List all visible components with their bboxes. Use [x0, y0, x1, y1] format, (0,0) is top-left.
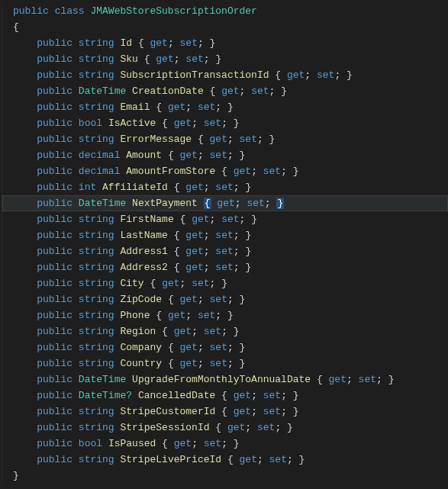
property-line-Address2[interactable]: public string Address2 { get; set; }	[2, 259, 448, 275]
keyword-public: public	[37, 262, 73, 273]
property-line-ErrorMessage[interactable]: public string ErrorMessage { get; set; }	[2, 131, 448, 147]
keyword-set: set	[263, 166, 281, 177]
open-accessor-brace: {	[174, 182, 180, 193]
open-accessor-brace: {	[138, 37, 144, 49]
type-DateTime-nullable: DateTime?	[79, 390, 132, 401]
property-line-Phone[interactable]: public string Phone { get; set; }	[2, 307, 448, 323]
property-line-Id[interactable]: public string Id { get; set; }	[2, 35, 448, 51]
keyword-get: get	[234, 406, 251, 417]
property-line-StripeLivePriceId[interactable]: public string StripeLivePriceId { get; s…	[2, 452, 448, 468]
property-line-Region[interactable]: public string Region { get; set; }	[2, 323, 448, 339]
property-ZipCode: ZipCode	[120, 294, 162, 305]
keyword-set: set	[317, 69, 334, 81]
type-string: string	[79, 278, 114, 289]
property-line-Company[interactable]: public string Company { get; set; }	[2, 339, 448, 355]
keyword-public: public	[37, 358, 73, 369]
open-accessor-brace: {	[168, 150, 174, 161]
open-accessor-brace: {	[162, 438, 168, 449]
property-line-CreationDate[interactable]: public DateTime CreationDate { get; set;…	[2, 83, 448, 99]
close-accessor-brace: }	[245, 182, 251, 193]
close-brace: }	[13, 470, 19, 481]
property-NextPayment: NextPayment	[132, 198, 198, 209]
property-line-FirstName[interactable]: public string FirstName { get; set; }	[2, 211, 448, 227]
keyword-get: get	[168, 101, 185, 113]
keyword-set: set	[247, 198, 264, 209]
keyword-public: public	[37, 230, 73, 241]
property-line-Address1[interactable]: public string Address1 { get; set; }	[2, 243, 448, 259]
close-accessor-brace: }	[240, 358, 246, 369]
keyword-set: set	[240, 134, 257, 145]
property-StripeSessionId: StripeSessionId	[120, 422, 209, 433]
property-line-IsActive[interactable]: public bool IsActive { get; set; }	[2, 115, 448, 131]
property-line-Country[interactable]: public string Country { get; set; }	[2, 355, 448, 372]
close-brace-line[interactable]: }	[2, 468, 448, 484]
keyword-set: set	[359, 374, 376, 385]
property-Address1: Address1	[120, 246, 167, 257]
keyword-get: get	[185, 230, 203, 241]
open-accessor-brace: {	[215, 422, 221, 433]
keyword-get: get	[217, 198, 234, 209]
property-CancelledDate: CancelledDate	[138, 390, 215, 401]
property-Company: Company	[120, 342, 162, 353]
property-City: City	[120, 278, 143, 289]
class-name: JMAWebStoreSubscriptionOrder	[90, 5, 256, 17]
keyword-set: set	[215, 246, 233, 257]
property-line-Sku[interactable]: public string Sku { get; set; }	[2, 51, 448, 67]
property-line-StripeCustomerId[interactable]: public string StripeCustomerId { get; se…	[2, 404, 448, 420]
open-brace-line[interactable]: {	[2, 19, 448, 35]
keyword-set: set	[204, 326, 221, 337]
property-line-ZipCode[interactable]: public string ZipCode { get; set; }	[2, 291, 448, 307]
type-string: string	[79, 134, 114, 145]
class-decl-line[interactable]: public class JMAWebStoreSubscriptionOrde…	[2, 3, 448, 19]
property-line-AmountFromStore[interactable]: public decimal AmountFromStore { get; se…	[2, 163, 448, 179]
code-editor[interactable]: public class JMAWebStoreSubscriptionOrde…	[0, 3, 448, 484]
keyword-public: public	[37, 278, 73, 289]
property-CreationDate: CreationDate	[132, 85, 204, 97]
property-line-IsPaused[interactable]: public bool IsPaused { get; set; }	[2, 436, 448, 452]
property-line-Amount[interactable]: public decimal Amount { get; set; }	[2, 147, 448, 163]
keyword-public: public	[13, 5, 49, 17]
open-accessor-brace: {	[156, 101, 162, 113]
keyword-public: public	[37, 85, 73, 97]
close-accessor-brace: }	[210, 37, 216, 49]
property-line-Email[interactable]: public string Email { get; set; }	[2, 99, 448, 115]
property-line-UpgradeFromMonthlyToAnnualDate[interactable]: public DateTime UpgradeFromMonthlyToAnnu…	[2, 372, 448, 388]
property-line-AffiliateId[interactable]: public int AffiliateId { get; set; }	[2, 179, 448, 195]
type-int: int	[79, 182, 96, 193]
close-accessor-brace: }	[245, 230, 251, 241]
keyword-public: public	[37, 166, 73, 177]
keyword-get: get	[180, 342, 198, 353]
type-string: string	[79, 53, 114, 65]
keyword-set: set	[180, 37, 198, 49]
keyword-set: set	[210, 342, 227, 353]
keyword-get: get	[234, 166, 251, 177]
keyword-get: get	[185, 246, 203, 257]
property-FirstName: FirstName	[120, 214, 173, 225]
keyword-public: public	[37, 214, 73, 225]
open-accessor-brace: {	[198, 134, 204, 145]
property-line-SubscriptionTransactionId[interactable]: public string SubscriptionTransactionId …	[2, 67, 448, 83]
property-line-CancelledDate[interactable]: public DateTime? CancelledDate { get; se…	[2, 388, 448, 404]
open-accessor-brace: {	[168, 294, 174, 305]
property-line-LastName[interactable]: public string LastName { get; set; }	[2, 227, 448, 243]
keyword-public: public	[37, 294, 73, 305]
open-accessor-brace: {	[174, 262, 180, 273]
close-accessor-brace: }	[388, 374, 395, 385]
close-accessor-brace: }	[234, 117, 240, 129]
property-line-NextPayment[interactable]: public DateTime NextPayment { get; set; …	[2, 195, 448, 211]
close-accessor-brace: }	[299, 454, 305, 465]
keyword-get: get	[174, 326, 192, 337]
keyword-set: set	[210, 294, 227, 305]
close-accessor-brace: }	[215, 53, 221, 65]
close-accessor-brace: }	[251, 214, 257, 225]
property-line-StripeSessionId[interactable]: public string StripeSessionId { get; set…	[2, 420, 448, 436]
keyword-public: public	[37, 342, 73, 353]
keyword-public: public	[37, 454, 73, 465]
type-string: string	[79, 342, 114, 353]
keyword-get: get	[329, 374, 346, 385]
close-accessor-brace: }	[240, 150, 246, 161]
keyword-public: public	[37, 37, 73, 49]
property-ErrorMessage: ErrorMessage	[120, 134, 192, 145]
property-line-City[interactable]: public string City { get; set; }	[2, 275, 448, 291]
keyword-public: public	[37, 53, 73, 65]
